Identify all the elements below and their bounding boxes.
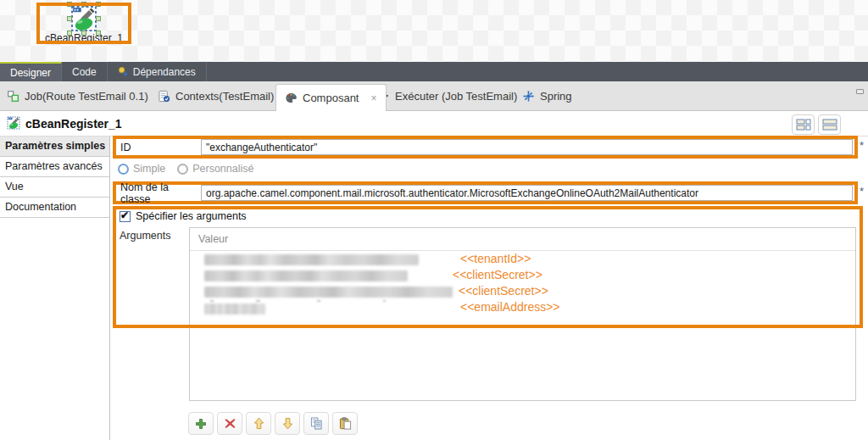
move-down-button[interactable] bbox=[275, 412, 300, 435]
selection-handle[interactable] bbox=[96, 16, 101, 21]
list-view-icon bbox=[822, 119, 837, 131]
arrow-up-icon bbox=[253, 417, 264, 430]
tab-contexts-label: Contexts(TestEmail) bbox=[175, 90, 274, 103]
selection-handle[interactable] bbox=[67, 31, 72, 36]
panel-tab-bar: Job(Route TestEmail 0.1) Contexts(TestEm… bbox=[0, 81, 868, 111]
spring-icon bbox=[522, 90, 535, 103]
sidebar-item-parametres-avances[interactable]: Paramètres avancés bbox=[0, 157, 109, 177]
argument-annotation: <<emailAddress>> bbox=[460, 300, 560, 314]
tab-code[interactable]: Code bbox=[62, 62, 108, 81]
dependencies-icon bbox=[118, 66, 129, 77]
tab-job-label: Job(Route TestEmail 0.1) bbox=[25, 90, 148, 103]
redacted-value bbox=[204, 304, 265, 315]
tab-spring[interactable]: Spring bbox=[522, 81, 572, 110]
class-name-input[interactable] bbox=[201, 185, 853, 201]
component-header-icon bbox=[7, 116, 20, 130]
arguments-table[interactable]: Valeur <<tenantId>> <<clientSecret>> <<c… bbox=[189, 227, 856, 401]
copy-icon bbox=[310, 417, 323, 430]
selection-handle[interactable] bbox=[67, 16, 72, 21]
radio-personnalise-circle[interactable] bbox=[177, 164, 188, 175]
table-view-icon bbox=[796, 119, 811, 131]
cbeanregister-node[interactable] bbox=[70, 5, 97, 32]
id-label: ID bbox=[116, 142, 201, 153]
radio-personnalise-label: Personnalisé bbox=[192, 163, 253, 175]
tab-dependencies[interactable]: Dépendances bbox=[108, 62, 207, 81]
tab-composant[interactable]: Composant × bbox=[275, 84, 387, 111]
sidebar-item-documentation[interactable]: Documentation bbox=[0, 198, 109, 218]
tab-designer-label: Designer bbox=[10, 67, 51, 79]
copy-button[interactable] bbox=[303, 412, 329, 435]
move-up-button[interactable] bbox=[246, 412, 271, 435]
redacted-value bbox=[204, 287, 453, 298]
selection-handle[interactable] bbox=[81, 31, 86, 36]
class-mode-radios: Simple Personnalisé bbox=[118, 163, 253, 175]
tab-spring-label: Spring bbox=[540, 90, 572, 103]
id-input[interactable] bbox=[201, 139, 853, 155]
paste-button[interactable] bbox=[332, 412, 358, 435]
class-name-row: Nom de la classe bbox=[113, 181, 858, 204]
id-row: ID bbox=[113, 136, 858, 159]
tab-run-label: Exécuter (Job TestEmail) bbox=[395, 90, 517, 103]
design-canvas[interactable]: cBeanRegister_1 bbox=[0, 0, 868, 62]
argument-annotation: <<clientSecret>> bbox=[459, 284, 548, 298]
arguments-label: Arguments bbox=[120, 230, 170, 242]
redacted-fragment bbox=[383, 300, 386, 302]
value-column-header: Valeur bbox=[198, 233, 228, 245]
contexts-icon bbox=[158, 90, 170, 103]
redacted-fragment bbox=[210, 300, 214, 302]
close-icon[interactable]: × bbox=[370, 92, 376, 104]
page-title: cBeanRegister_1 bbox=[25, 117, 122, 131]
view-tab-bar: Designer Code Dépendances bbox=[0, 62, 868, 81]
selection-handle[interactable] bbox=[67, 2, 72, 7]
redacted-fragment bbox=[256, 300, 260, 302]
talend-studio-window: cBeanRegister_1 Designer Code Dépendance… bbox=[0, 0, 868, 440]
arrow-down-icon bbox=[282, 417, 293, 430]
selection-handle[interactable] bbox=[96, 31, 101, 36]
list-view-button[interactable] bbox=[818, 114, 841, 135]
redacted-fragment bbox=[317, 300, 320, 302]
argument-annotation: <<clientSecret>> bbox=[453, 268, 542, 281]
tab-run[interactable]: Exécuter (Job TestEmail) bbox=[378, 81, 517, 110]
selection-handle[interactable] bbox=[96, 2, 101, 7]
add-row-button[interactable] bbox=[188, 412, 214, 435]
checkmark-icon: ✔ bbox=[120, 209, 129, 221]
radio-simple[interactable]: Simple bbox=[118, 163, 165, 175]
tab-contexts[interactable]: Contexts(TestEmail) bbox=[158, 81, 274, 110]
job-icon bbox=[7, 90, 19, 103]
cbeanregister-icon bbox=[70, 5, 97, 32]
tab-composant-label: Composant bbox=[303, 92, 359, 104]
tab-designer[interactable]: Designer bbox=[0, 62, 62, 81]
delete-row-button[interactable] bbox=[217, 412, 242, 435]
arguments-toolbar bbox=[188, 412, 358, 435]
tab-dependencies-label: Dépendances bbox=[133, 66, 196, 78]
palette-icon bbox=[285, 92, 298, 104]
table-header-separator bbox=[190, 250, 855, 251]
specify-arguments-checkbox[interactable]: ✔ bbox=[120, 211, 131, 222]
radio-simple-circle[interactable] bbox=[118, 164, 129, 175]
sidebar-divider bbox=[109, 136, 110, 440]
tab-job[interactable]: Job(Route TestEmail 0.1) bbox=[7, 81, 148, 110]
settings-sidebar: Paramètres simples Paramètres avancés Vu… bbox=[0, 136, 109, 218]
argument-annotation: <<tenantId>> bbox=[460, 252, 531, 265]
tab-code-label: Code bbox=[72, 66, 97, 78]
redacted-value bbox=[204, 254, 419, 265]
specify-arguments-label: Spécifier les arguments bbox=[136, 210, 247, 222]
sidebar-item-parametres-simples[interactable]: Paramètres simples bbox=[0, 136, 109, 157]
specify-arguments-checkbox-row: ✔ Spécifier les arguments bbox=[120, 210, 247, 222]
radio-simple-label: Simple bbox=[133, 163, 165, 175]
selection-handle[interactable] bbox=[81, 2, 86, 7]
radio-personnalise[interactable]: Personnalisé bbox=[177, 163, 253, 175]
paste-icon bbox=[339, 417, 352, 430]
sidebar-item-vue[interactable]: Vue bbox=[0, 177, 109, 198]
minimize-icon[interactable] bbox=[856, 89, 864, 94]
required-marker: * bbox=[860, 139, 864, 152]
required-marker: * bbox=[860, 185, 864, 198]
delete-x-icon bbox=[225, 418, 236, 429]
table-view-button[interactable] bbox=[792, 114, 815, 135]
redacted-value bbox=[204, 270, 408, 281]
class-name-label: Nom de la classe bbox=[116, 181, 201, 205]
plus-icon bbox=[195, 418, 207, 430]
